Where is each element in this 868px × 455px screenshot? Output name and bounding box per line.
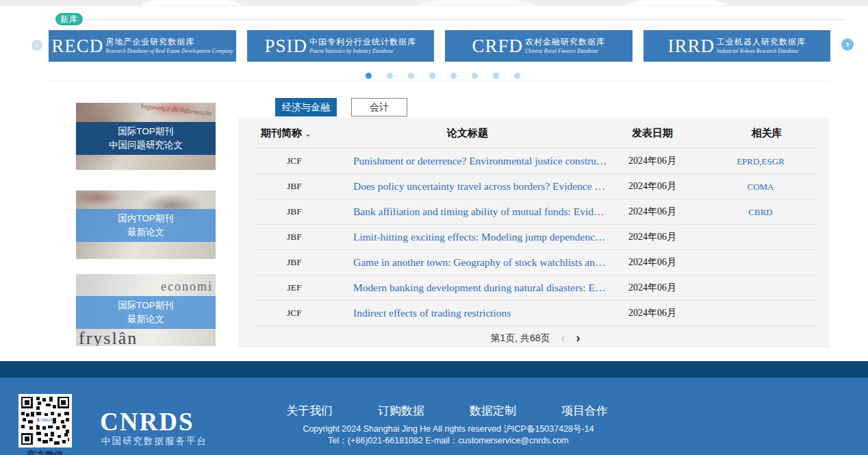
- publish-date: 2024年06月: [601, 231, 704, 243]
- related-db-link[interactable]: EPRD,ESGR: [737, 156, 784, 167]
- publish-date: 2024年06月: [601, 180, 704, 193]
- journal-abbr: JBF: [253, 181, 335, 192]
- carousel-dot[interactable]: [366, 73, 372, 79]
- tab-accounting[interactable]: 会计: [351, 98, 407, 116]
- sidebar-card-domestic-top-latest[interactable]: 国内TOP期刊 最新论文: [76, 190, 216, 259]
- paper-title-link[interactable]: Limit-hitting exciting effects: Modeling…: [353, 231, 606, 243]
- cnrds-logo-subtitle: 中国研究数据服务平台: [101, 435, 207, 447]
- photo-caption: Segurança da Informação: [140, 103, 212, 116]
- paper-title-link[interactable]: Game in another town: Geography of stock…: [353, 256, 605, 268]
- paper-title-link[interactable]: Does policy uncertainty travel across bo…: [353, 180, 605, 192]
- footer-link-custom-data[interactable]: 数据定制: [470, 403, 516, 419]
- banner-acronym: CRFD: [472, 37, 523, 56]
- carousel-dot[interactable]: [450, 73, 457, 79]
- qr-code: CNRDS: [18, 394, 72, 447]
- new-database-badge: 新库: [55, 13, 83, 25]
- carousel-dot[interactable]: [408, 73, 414, 79]
- carousel-dot[interactable]: [472, 73, 478, 79]
- carousel-dot[interactable]: [429, 73, 435, 79]
- sidebar-card-intl-top-china-papers[interactable]: Segurança da Informação 国际TOP期刊 中国问题研究论文: [76, 103, 216, 170]
- table-row: JBF Game in another town: Geography of s…: [253, 249, 817, 275]
- table-row: JCF Indirect effects of trading restrict…: [253, 300, 817, 325]
- publish-date: 2024年06月: [601, 282, 704, 294]
- card-caption-line1: 国际TOP期刊: [76, 125, 216, 138]
- banner-en-name: Patent Statistics by Industry Database: [309, 48, 416, 54]
- footer: CNRDS 官方微信 CNRDS 中国研究数据服务平台 关于我们 订购数据 数据…: [0, 378, 868, 455]
- carousel-dot[interactable]: [514, 73, 520, 79]
- page-prev-icon[interactable]: ‹: [561, 331, 565, 345]
- banner-acronym: RECD: [51, 37, 103, 56]
- banner-cn-name: 农村金融研究数据库: [525, 36, 605, 48]
- database-banner-carousel: RECD 房地产企业研究数据库 Research Database of Rea…: [49, 30, 830, 62]
- journal-abbr: JEF: [253, 282, 335, 293]
- banner-cn-name: 工业机器人研究数据库: [717, 36, 806, 48]
- footer-links: 关于我们 订购数据 数据定制 项目合作: [286, 403, 608, 419]
- banner-cn-name: 中国专利分行业统计数据库: [309, 36, 416, 48]
- table-row: JCF Punishment or deterrence? Environmen…: [253, 148, 817, 173]
- banner-irrd[interactable]: IRRD 工业机器人研究数据库 Industrial Robots Resear…: [643, 30, 831, 62]
- header-date: 发表日期: [601, 127, 704, 140]
- banner-cn-name: 房地产企业研究数据库: [105, 36, 233, 48]
- page-indicator: 第1页, 共68页: [490, 332, 550, 345]
- journal-abbr: JCF: [253, 156, 335, 167]
- header-related: 相关库: [704, 127, 830, 140]
- banner-acronym: PSID: [264, 37, 307, 56]
- banner-acronym: IRRD: [667, 37, 715, 56]
- header-journal[interactable]: 期刊简称⌄: [238, 127, 334, 140]
- carousel-dots: [366, 73, 520, 79]
- banner-recd[interactable]: RECD 房地产企业研究数据库 Research Database of Rea…: [49, 30, 236, 62]
- card-caption-line1: 国际TOP期刊: [76, 299, 216, 312]
- journal-abbr: JBF: [253, 232, 335, 243]
- copyright-line: Copyright 2024 Shanghai Jing He All righ…: [274, 423, 623, 435]
- table-row: JBF Limit-hitting exciting effects: Mode…: [253, 224, 817, 249]
- related-db-link[interactable]: CBRD: [748, 207, 772, 217]
- journal-abbr: JBF: [253, 257, 335, 268]
- journal-abbr: JCF: [253, 308, 335, 319]
- footer-top-strip: [0, 361, 868, 378]
- carousel-prev-icon[interactable]: ‹: [31, 40, 42, 51]
- footer-link-cooperation[interactable]: 项目合作: [561, 403, 608, 419]
- footer-copyright: Copyright 2024 Shanghai Jing He All righ…: [274, 423, 623, 447]
- card-caption-line2: 中国问题研究论文: [76, 138, 216, 152]
- sidebar-card-intl-top-latest[interactable]: economi fryslân 国际TOP期刊 最新论文: [76, 274, 216, 346]
- publish-date: 2024年06月: [601, 206, 704, 218]
- carousel-next-icon[interactable]: ›: [841, 38, 854, 51]
- card-caption-band: 国际TOP期刊 中国问题研究论文: [76, 122, 216, 155]
- page-next-icon[interactable]: ›: [576, 331, 580, 345]
- publish-date: 2024年06月: [601, 256, 704, 269]
- paper-title-link[interactable]: Punishment or deterrence? Environmental …: [353, 155, 607, 167]
- carousel-dot[interactable]: [493, 73, 499, 79]
- footer-link-subscribe[interactable]: 订购数据: [378, 403, 424, 419]
- paper-title-link[interactable]: Modern banking development during natura…: [353, 282, 605, 293]
- related-db-link[interactable]: COMA: [747, 182, 774, 192]
- svg-text:CNRDS: CNRDS: [38, 417, 53, 422]
- header-title: 论文标题: [334, 127, 601, 140]
- table-header-row: 期刊简称⌄ 论文标题 发表日期 相关库: [238, 118, 830, 148]
- qr-caption: 官方微信: [18, 449, 72, 455]
- chevron-down-icon[interactable]: ⌄: [305, 129, 311, 138]
- banner-psid[interactable]: PSID 中国专利分行业统计数据库 Patent Statistics by I…: [247, 30, 435, 62]
- banner-crfd[interactable]: CRFD 农村金融研究数据库 Chinese Rural Finance Dat…: [445, 30, 633, 62]
- carousel-dot[interactable]: [387, 73, 393, 79]
- table-row: JEF Modern banking development during na…: [253, 275, 817, 300]
- table-row: JBF Bank affiliation and timing ability …: [253, 199, 817, 224]
- publish-date: 2024年06月: [601, 307, 704, 319]
- contact-line: Tel：(+86)021-66181082 E-mail：customerser…: [274, 435, 623, 447]
- banner-en-name: Chinese Rural Finance Database: [525, 48, 605, 54]
- cnrds-logo: CNRDS: [100, 409, 194, 434]
- card-caption-line2: 最新论文: [76, 312, 216, 326]
- pagination: 第1页, 共68页 ‹ ›: [253, 325, 817, 350]
- paper-title-link[interactable]: Indirect effects of trading restrictions: [353, 307, 511, 319]
- photo-caption: fryslân: [79, 328, 138, 346]
- card-caption-line1: 国内TOP期刊: [76, 212, 216, 225]
- table-row: JBF Does policy uncertainty travel acros…: [253, 173, 817, 199]
- previous-section-edge: [0, 0, 868, 6]
- tab-economics-finance[interactable]: 经济与金融: [275, 98, 337, 116]
- badge-divider-line: [82, 19, 844, 20]
- paper-title-link[interactable]: Bank affiliation and timing ability of m…: [353, 206, 604, 217]
- banner-en-name: Research Database of Real Estate Develop…: [105, 48, 233, 54]
- card-caption-line2: 最新论文: [76, 225, 216, 239]
- papers-table-panel: 期刊简称⌄ 论文标题 发表日期 相关库 JCF Punishment or de…: [238, 118, 830, 348]
- footer-link-about[interactable]: 关于我们: [286, 403, 333, 419]
- photo-caption: economi: [161, 280, 213, 294]
